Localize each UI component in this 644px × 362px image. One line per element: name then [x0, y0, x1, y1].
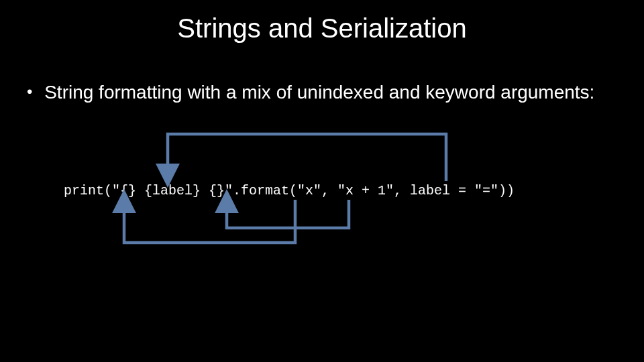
code-example: print("{} {label} {}".format("x", "x + 1… — [64, 183, 515, 198]
bullet-text: String formatting with a mix of unindexe… — [44, 82, 594, 103]
bullet-dot: • — [27, 80, 32, 103]
bullet-item: • String formatting with a mix of uninde… — [27, 80, 617, 104]
arrow-xplus1-to-second-placeholder — [227, 200, 349, 228]
arrow-label-to-placeholder — [168, 134, 446, 181]
slide-title: Strings and Serialization — [0, 13, 644, 44]
arrow-x-to-first-placeholder — [124, 200, 295, 243]
annotation-arrows — [0, 0, 644, 362]
